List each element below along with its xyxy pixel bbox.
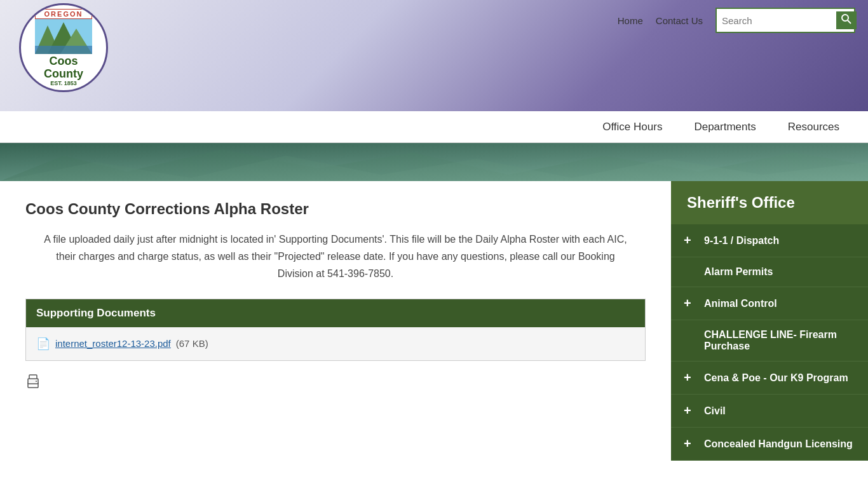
nav-home-link[interactable]: Home bbox=[618, 15, 643, 26]
pdf-size: (67 KB) bbox=[176, 338, 208, 349]
sidebar-item-label-dispatch: 9-1-1 / Dispatch bbox=[704, 235, 779, 247]
sidebar-item-alarm-permits[interactable]: Alarm Permits bbox=[671, 257, 868, 287]
sidebar-item-label-k9: Cena & Poe - Our K9 Program bbox=[704, 372, 848, 384]
sidebar-item-animal-control[interactable]: + Animal Control bbox=[671, 287, 868, 320]
svg-marker-9 bbox=[0, 156, 868, 181]
pdf-icon: 📄 bbox=[36, 337, 50, 351]
pdf-download-link[interactable]: 📄 internet_roster12-13-23.pdf (67 KB) bbox=[36, 337, 635, 351]
hero-banner bbox=[0, 143, 868, 181]
sidebar-item-civil[interactable]: + Civil bbox=[671, 395, 868, 428]
navigation-bar: Office Hours Departments Resources bbox=[0, 111, 868, 143]
expand-icon-civil: + bbox=[684, 403, 696, 418]
sidebar-item-label-civil: Civil bbox=[704, 405, 726, 417]
logo-landscape-svg bbox=[35, 19, 92, 54]
expand-icon-dispatch: + bbox=[684, 233, 696, 248]
sidebar-item-label-challenge: CHALLENGE LINE- Firearm Purchase bbox=[704, 329, 855, 352]
expand-icon-handgun: + bbox=[684, 437, 696, 451]
logo-est-text: EST. 1853 bbox=[35, 80, 92, 86]
main-container: Coos County Corrections Alpha Roster A f… bbox=[0, 181, 868, 488]
sidebar-item-challenge-line[interactable]: CHALLENGE LINE- Firearm Purchase bbox=[671, 320, 868, 362]
page-description: A file uploaded daily just after midnigh… bbox=[25, 231, 646, 283]
svg-line-1 bbox=[848, 20, 851, 24]
nav-departments-link[interactable]: Departments bbox=[678, 111, 771, 143]
svg-marker-8 bbox=[0, 149, 868, 181]
sidebar-item-label-animal: Animal Control bbox=[704, 298, 777, 309]
hero-svg bbox=[0, 143, 868, 181]
pdf-filename: internet_roster12-13-23.pdf bbox=[55, 338, 171, 349]
nav-office-hours-link[interactable]: Office Hours bbox=[587, 111, 678, 143]
page-title: Coos County Corrections Alpha Roster bbox=[25, 200, 646, 218]
sidebar: Sheriff's Office + 9-1-1 / Dispatch Alar… bbox=[671, 181, 868, 488]
expand-icon-k9: + bbox=[684, 370, 696, 385]
sidebar-item-label-handgun: Concealed Handgun Licensing bbox=[704, 438, 853, 450]
search-button[interactable] bbox=[836, 11, 857, 29]
logo-county-name: CoosCounty bbox=[35, 55, 92, 81]
svg-point-13 bbox=[36, 381, 37, 382]
search-box bbox=[715, 8, 855, 33]
nav-contact-link[interactable]: Contact Us bbox=[656, 15, 703, 26]
site-logo[interactable]: OREGON CoosCounty EST. 1853 bbox=[19, 3, 108, 108]
supporting-docs-header: Supporting Documents bbox=[26, 299, 645, 327]
supporting-docs-section: Supporting Documents 📄 internet_roster12… bbox=[25, 299, 646, 361]
sidebar-item-dispatch[interactable]: + 9-1-1 / Dispatch bbox=[671, 224, 868, 257]
search-input[interactable] bbox=[722, 15, 836, 26]
print-button[interactable] bbox=[25, 374, 646, 393]
printer-icon bbox=[25, 374, 41, 389]
logo-oregon-text: OREGON bbox=[35, 9, 92, 19]
expand-icon-animal: + bbox=[684, 296, 696, 311]
content-area: Coos County Corrections Alpha Roster A f… bbox=[0, 181, 671, 488]
supporting-docs-body: 📄 internet_roster12-13-23.pdf (67 KB) bbox=[26, 327, 645, 360]
sidebar-header: Sheriff's Office bbox=[671, 181, 868, 224]
svg-rect-7 bbox=[0, 143, 868, 181]
sidebar-item-label-alarm: Alarm Permits bbox=[704, 266, 773, 278]
sidebar-item-k9[interactable]: + Cena & Poe - Our K9 Program bbox=[671, 362, 868, 395]
svg-point-0 bbox=[842, 15, 848, 21]
svg-rect-6 bbox=[35, 46, 92, 54]
nav-resources-link[interactable]: Resources bbox=[772, 111, 855, 143]
sidebar-item-concealed-handgun[interactable]: + Concealed Handgun Licensing bbox=[671, 428, 868, 461]
